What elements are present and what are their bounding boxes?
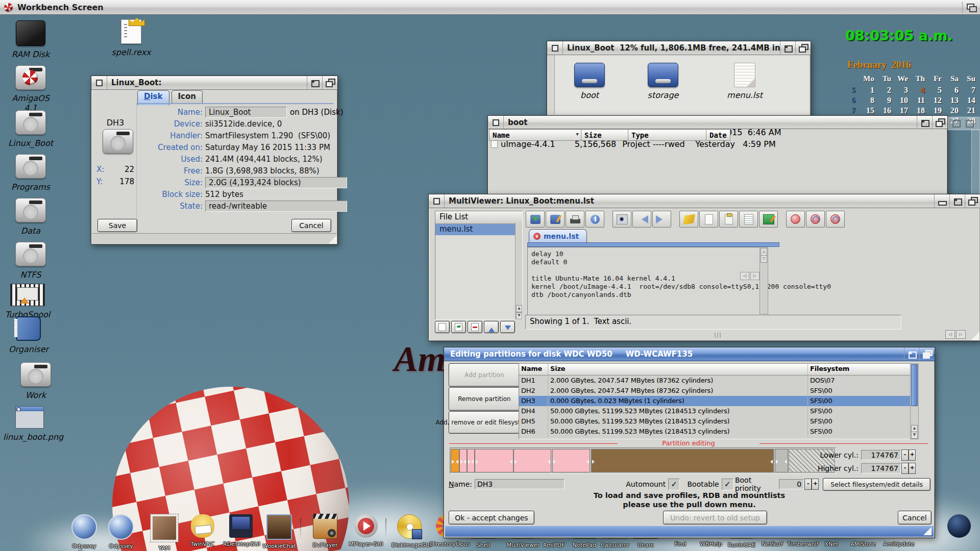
- zoom-gadget[interactable]: [780, 41, 795, 55]
- scroll-down-icon[interactable]: ▼: [516, 312, 522, 319]
- field-value[interactable]: 512 bytes: [205, 190, 243, 199]
- partition-bar-segment[interactable]: [513, 449, 551, 472]
- cancel-button[interactable]: Cancel: [898, 511, 932, 524]
- file-list-item[interactable]: menu.lst: [435, 224, 522, 235]
- increment-button[interactable]: +: [812, 479, 819, 490]
- partition-bar-segment[interactable]: [775, 449, 788, 472]
- dock-item[interactable]: Odyssey: [103, 514, 139, 549]
- resize-gadget[interactable]: [328, 235, 337, 244]
- drawer-icon[interactable]: [574, 63, 605, 87]
- drawer-icon[interactable]: [648, 63, 678, 87]
- scroll-down-icon[interactable]: ▼: [911, 432, 918, 439]
- cancel-button[interactable]: Cancel: [291, 219, 331, 232]
- desktop-icon[interactable]: RAM Disk: [4, 20, 57, 59]
- file-row[interactable]: uImage-4.4.1 5,156,568 Project ----rwed …: [488, 139, 787, 151]
- resize-gadget[interactable]: [923, 527, 932, 535]
- partition-name-field[interactable]: DH3: [475, 479, 565, 489]
- desktop-icon[interactable]: Data: [4, 198, 57, 236]
- field-value[interactable]: SmartFilesystem 1.290 (SFS\00): [205, 131, 330, 140]
- window-grip[interactable]: [715, 333, 722, 338]
- depth-gadget[interactable]: [919, 347, 935, 361]
- field-value[interactable]: sii3512ide.device, 0: [205, 119, 282, 129]
- depth-gadget[interactable]: [322, 76, 337, 89]
- increment-button[interactable]: +: [909, 463, 916, 474]
- desktop-icon[interactable]: Work: [9, 362, 62, 400]
- toolbar-button[interactable]: [739, 211, 758, 228]
- scroll-up-icon[interactable]: ▲: [911, 425, 918, 432]
- partition-bar-segment[interactable]: [467, 449, 475, 472]
- zoom-gadget[interactable]: [904, 347, 919, 361]
- remove-partition-button[interactable]: Remove partition: [449, 387, 520, 411]
- undo-button[interactable]: Undo: revert to old setup: [663, 511, 767, 524]
- desktop-icon[interactable]: linux_boot.png: [3, 406, 56, 442]
- column-date[interactable]: Date: [706, 130, 730, 141]
- resize-gadget[interactable]: [971, 332, 979, 340]
- dock-item[interactable]: YAM: [146, 514, 182, 551]
- dock-item[interactable]: TwinVNC: [185, 514, 220, 547]
- file-list-tool-button[interactable]: [435, 321, 450, 333]
- desktop-icon[interactable]: AmigaOS 4.1: [4, 65, 57, 113]
- dock-item[interactable]: MPlayer-GUI: [348, 514, 384, 547]
- partition-bar-segment[interactable]: [552, 449, 590, 472]
- screen-depth-gadget[interactable]: [962, 2, 978, 13]
- file-list-tool-button[interactable]: [451, 321, 466, 333]
- toolbar-button[interactable]: [672, 211, 678, 227]
- text-scrollbar[interactable]: △ ▽: [760, 247, 768, 314]
- desktop-icon[interactable]: Organiser: [2, 316, 55, 354]
- column-type[interactable]: Type: [628, 130, 706, 141]
- partition-row[interactable]: DH6 50.000 GBytes, 51199.523 MBytes (218…: [519, 427, 911, 437]
- partition-row[interactable]: DH4 50.000 GBytes, 51199.523 MBytes (218…: [519, 406, 911, 416]
- partition-bar-segment[interactable]: [451, 449, 459, 472]
- scroll-up-icon[interactable]: △: [761, 248, 767, 256]
- select-filesystem-button[interactable]: Select filesystem/edit details: [823, 478, 930, 491]
- titlebar[interactable]: MultiViewer: Linux_Boot:menu.lst: [429, 194, 980, 208]
- field-value[interactable]: 241.4M (494,441 blocks, 12%): [205, 155, 323, 164]
- partition-row[interactable]: DH5 50.000 GBytes, 51199.523 MBytes (218…: [519, 416, 911, 427]
- toolbar-button[interactable]: [779, 211, 785, 227]
- toolbar-button[interactable]: [759, 211, 778, 228]
- titlebar[interactable]: Linux_Boot 12% full, 1,806.1MB free, 241…: [547, 41, 811, 55]
- partition-bar-segment[interactable]: [459, 449, 467, 472]
- column-size[interactable]: Size: [581, 130, 628, 141]
- depth-gadget[interactable]: [932, 116, 947, 129]
- edit-filesystems-button[interactable]: Add, remove or edit filesystems: [449, 411, 520, 434]
- field-value[interactable]: Saturday May 16 2015 11:33 PM: [205, 143, 330, 152]
- partition-table-scrollbar[interactable]: ▲ ▼: [910, 363, 919, 439]
- dock-item[interactable]: WookieChat: [261, 514, 297, 549]
- decrement-button[interactable]: -: [804, 479, 812, 490]
- boot-priority-value[interactable]: 0: [779, 479, 804, 489]
- titlebar[interactable]: boot: [488, 116, 947, 129]
- document-tab[interactable]: x menu.lst: [529, 229, 587, 243]
- partition-row[interactable]: DH1 2.000 GBytes, 2047.547 MBytes (87362…: [519, 375, 911, 386]
- desktop-icon[interactable]: Linux_Boot: [4, 110, 57, 148]
- titlebar[interactable]: Editing partitions for disk WDC WD50 WD-…: [444, 347, 935, 361]
- dock-item[interactable]: DiskImageGUI: [391, 514, 427, 548]
- ok-button[interactable]: Ok - accept changes: [449, 511, 534, 524]
- toolbar-button[interactable]: [806, 211, 825, 228]
- scroll-down-icon[interactable]: ▽: [761, 255, 767, 263]
- file-list-tool-button[interactable]: [484, 321, 499, 333]
- toolbar-button[interactable]: [566, 211, 584, 228]
- decrement-button[interactable]: -: [901, 449, 909, 461]
- prev-page-icon[interactable]: ◁: [740, 272, 749, 280]
- scroll-right-icon[interactable]: ▷: [956, 330, 966, 339]
- table-header-row[interactable]: Name▼ Size Type Date: [489, 130, 730, 141]
- zoom-gadget[interactable]: [917, 116, 932, 129]
- bootable-checkbox[interactable]: ✓: [722, 479, 733, 490]
- close-gadget[interactable]: [547, 41, 563, 55]
- lower-cyl-value[interactable]: 174767: [861, 450, 901, 460]
- desktop-icon[interactable]: Programs: [4, 154, 57, 192]
- automount-checkbox[interactable]: ✓: [668, 479, 680, 490]
- increment-button[interactable]: +: [909, 449, 916, 461]
- toolbar-button[interactable]: [786, 211, 805, 228]
- partition-bar-segment[interactable]: [475, 449, 513, 472]
- toolbar-button[interactable]: [652, 211, 671, 228]
- toolbar-button[interactable]: [612, 211, 631, 228]
- scroll-left-icon[interactable]: ◁: [945, 330, 955, 339]
- toolbar-button[interactable]: [826, 211, 845, 228]
- scroll-up-icon[interactable]: ▲: [516, 305, 522, 312]
- desktop-icon[interactable]: spell.rexx: [105, 19, 158, 57]
- add-partition-button[interactable]: Add partition: [449, 363, 520, 387]
- toolbar-button[interactable]: [546, 211, 565, 228]
- depth-gadget[interactable]: [965, 194, 980, 208]
